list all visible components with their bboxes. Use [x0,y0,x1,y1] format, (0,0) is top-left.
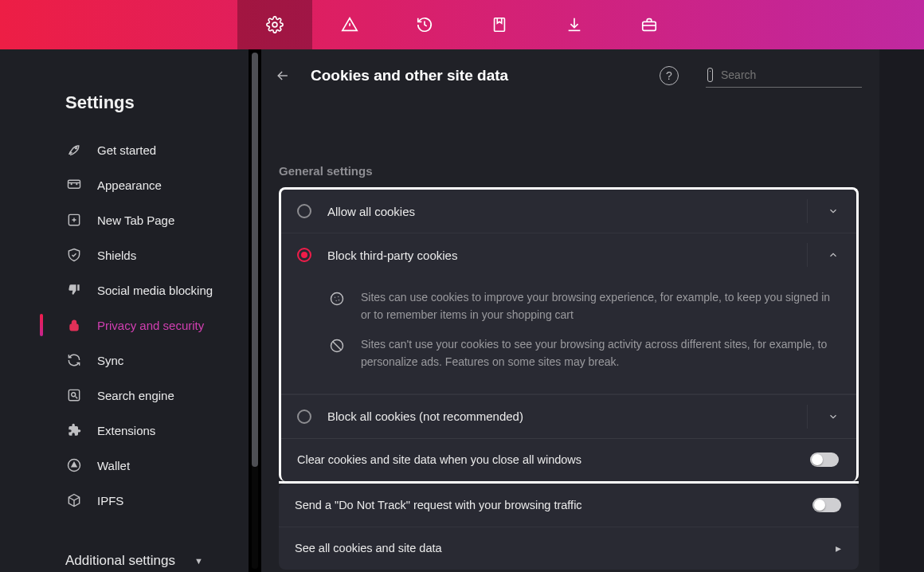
expand-button[interactable] [807,405,839,429]
toggle-clear-on-exit[interactable] [810,453,839,467]
additional-settings-label: Additional settings [65,553,175,569]
option-block-all[interactable]: Block all cookies (not recommended) [281,394,856,438]
sidebar-item-appearance[interactable]: Appearance [0,167,249,202]
sidebar-item-newtab[interactable]: New Tab Page [0,202,249,237]
detail-text: Sites can use cookies to improve your br… [361,289,839,323]
sidebar-item-shields[interactable]: Shields [0,237,249,272]
sidebar-item-label: Get started [97,143,156,157]
chevron-down-icon: ▼ [194,556,203,566]
chevron-up-icon [828,249,839,261]
sidebar-item-label: Search engine [97,389,174,402]
main-content: Cookies and other site data ? General se… [261,49,879,572]
radio-checked[interactable] [297,248,311,262]
warning-triangle-icon [341,16,358,33]
expand-button[interactable] [807,199,839,223]
settings-search[interactable] [706,65,862,88]
sidebar-item-get-started[interactable]: Get started [0,132,249,167]
toolbar-bookmarks-button[interactable] [462,0,537,49]
sidebar-item-label: Appearance [97,178,162,192]
svg-point-10 [72,393,76,397]
radio-unchecked[interactable] [297,409,311,424]
option-label: Allow all cookies [327,205,807,218]
sidebar-item-label: Sync [97,354,123,367]
collapse-button[interactable] [807,243,839,267]
svg-rect-1 [495,18,505,32]
sidebar-item-sync[interactable]: Sync [0,343,249,378]
extra-rows-panel: Send a "Do Not Track" request with your … [279,484,859,570]
right-gutter [879,49,924,572]
chevron-down-icon [828,206,839,217]
lock-icon [65,316,83,334]
toolbar-wallet-button[interactable] [612,0,687,49]
row-do-not-track: Send a "Do Not Track" request with your … [279,484,859,527]
svg-point-16 [339,300,340,301]
download-icon [566,16,583,33]
radio-unchecked[interactable] [297,204,311,218]
option-label: Block third-party cookies [327,249,807,262]
help-button[interactable]: ? [660,66,679,85]
svg-point-13 [335,297,336,299]
svg-point-5 [71,183,72,185]
svg-rect-9 [69,390,79,400]
sidebar-item-label: Wallet [97,459,130,472]
sidebar: Settings Get started Appearance New Tab … [0,49,261,572]
cookie-options-panel: Allow all cookies Block third-party cook… [279,187,859,481]
back-button[interactable] [269,62,296,89]
svg-point-6 [76,183,77,185]
sidebar-item-label: Privacy and security [97,319,204,332]
svg-rect-2 [643,22,656,30]
content-header: Cookies and other site data ? [261,49,879,102]
sidebar-item-social[interactable]: Social media blocking [0,272,249,308]
rocket-icon [65,141,83,159]
search-engine-icon [65,386,83,404]
row-clear-on-exit: Clear cookies and site data when you clo… [281,438,856,481]
search-frame-icon [707,68,713,82]
row-see-all-cookies[interactable]: See all cookies and site data ▸ [279,527,859,570]
sync-icon [65,351,83,369]
cube-icon [65,492,83,509]
help-icon: ? [666,69,672,82]
sidebar-item-wallet[interactable]: Wallet [0,448,249,483]
sidebar-item-label: Social media blocking [97,284,213,297]
puzzle-icon [65,421,83,439]
detail-text: Sites can't use your cookies to see your… [361,336,839,370]
sidebar-item-ipfs[interactable]: IPFS [0,483,249,518]
sidebar-additional-settings[interactable]: Additional settings ▼ [0,553,249,569]
sidebar-item-label: New Tab Page [97,214,174,227]
svg-point-14 [338,296,339,298]
appearance-icon [65,176,83,194]
row-label: Send a "Do Not Track" request with your … [295,499,812,511]
option-details: Sites can use cookies to improve your br… [281,276,856,394]
option-label: Block all cookies (not recommended) [327,409,807,423]
toggle-dnt[interactable] [812,498,841,512]
toolbar-history-button[interactable] [387,0,462,49]
history-icon [416,16,433,33]
toolbar-shields-button[interactable] [312,0,387,49]
toolbar-downloads-button[interactable] [537,0,612,49]
toolbar-settings-button[interactable] [237,0,312,49]
block-icon [329,338,346,355]
svg-point-12 [331,293,343,305]
option-block-third-party[interactable]: Block third-party cookies [281,233,856,276]
svg-point-15 [335,300,337,302]
page-title: Cookies and other site data [311,67,508,84]
top-toolbar [0,0,924,49]
search-input[interactable] [721,69,860,81]
option-allow-all[interactable]: Allow all cookies [281,190,856,233]
gear-icon [266,16,284,33]
chevron-right-icon: ▸ [824,542,841,554]
wallet-icon [65,456,83,474]
thumbs-down-icon [65,281,83,299]
svg-rect-8 [70,324,78,331]
chevron-down-icon [828,411,839,422]
bookmark-icon [491,16,508,33]
sidebar-scrollbar-thumb[interactable] [252,53,258,467]
sidebar-item-label: IPFS [97,494,123,507]
briefcase-icon [640,16,658,33]
svg-rect-4 [69,180,80,188]
sidebar-item-search[interactable]: Search engine [0,378,249,413]
shield-icon [65,246,83,264]
sidebar-item-extensions[interactable]: Extensions [0,413,249,448]
sidebar-item-label: Extensions [97,424,155,437]
sidebar-item-privacy[interactable]: Privacy and security [0,308,249,343]
